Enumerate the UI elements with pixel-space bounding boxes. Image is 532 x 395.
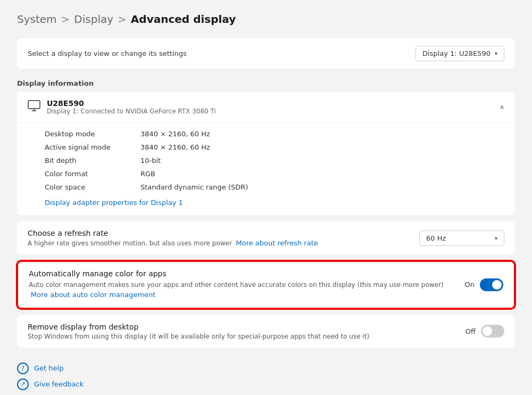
- breadcrumb-advanced-display: Advanced display: [131, 13, 236, 26]
- row-value-desktop-mode: 3840 × 2160, 60 Hz: [140, 130, 210, 138]
- monitor-name: U28E590: [47, 99, 216, 108]
- row-label-desktop-mode: Desktop mode: [45, 130, 140, 138]
- breadcrumb: System > Display > Advanced display: [17, 13, 515, 26]
- refresh-rate-title: Choose a refresh rate: [28, 229, 419, 237]
- auto-color-row: Automatically manage color for apps Auto…: [18, 262, 514, 308]
- remove-display-left: Remove display from desktop Stop Windows…: [28, 323, 466, 340]
- monitor-icon: [28, 100, 40, 114]
- refresh-rate-row: Choose a refresh rate A higher rate give…: [17, 221, 515, 254]
- auto-color-left: Automatically manage color for apps Auto…: [29, 269, 465, 300]
- auto-color-right: On: [465, 278, 503, 291]
- row-label-signal-mode: Active signal mode: [45, 143, 140, 151]
- display-select-value: Display 1: U28E590: [422, 50, 491, 57]
- refresh-rate-left: Choose a refresh rate A higher rate give…: [28, 229, 419, 247]
- remove-display-desc: Stop Windows from using this display (it…: [28, 333, 457, 340]
- row-label-color-space: Color space: [45, 183, 140, 191]
- display-info-header-left: U28E590 Display 1: Connected to NVIDIA G…: [28, 99, 216, 115]
- display-select-label: Select a display to view or change its s…: [28, 50, 187, 57]
- row-value-signal-mode: 3840 × 2160, 60 Hz: [140, 143, 210, 151]
- auto-color-toggle-label: On: [465, 281, 475, 289]
- display-select-dropdown[interactable]: Display 1: U28E590 ▾: [415, 46, 504, 61]
- breadcrumb-sep-2: >: [118, 13, 127, 26]
- give-feedback-link[interactable]: Give feedback: [34, 380, 84, 388]
- remove-display-title: Remove display from desktop: [28, 323, 457, 331]
- breadcrumb-sep-1: >: [61, 13, 70, 26]
- more-refresh-rate-link[interactable]: More about refresh rate: [236, 239, 318, 247]
- breadcrumb-system[interactable]: System: [17, 13, 57, 26]
- row-value-color-space: Standard dynamic range (SDR): [140, 183, 248, 191]
- remove-display-row: Remove display from desktop Stop Windows…: [17, 315, 515, 348]
- remove-display-right: Off: [466, 325, 504, 338]
- section-label-display-info: Display information: [17, 79, 515, 87]
- row-value-bit-depth: 10-bit: [140, 157, 161, 164]
- row-label-bit-depth: Bit depth: [45, 157, 140, 164]
- get-help-item: ? Get help: [17, 363, 515, 374]
- auto-color-title: Automatically manage color for apps: [29, 269, 456, 278]
- refresh-rate-dropdown[interactable]: 60 Hz ▾: [419, 231, 504, 246]
- table-row: Bit depth 10-bit: [45, 154, 504, 167]
- auto-color-card: Automatically manage color for apps Auto…: [17, 261, 515, 309]
- auto-color-toggle[interactable]: [480, 278, 503, 291]
- get-help-icon: ?: [17, 363, 29, 374]
- display-select-row: Select a display to view or change its s…: [17, 38, 515, 69]
- give-feedback-item: ↗ Give feedback: [17, 378, 515, 390]
- refresh-rate-card: Choose a refresh rate A higher rate give…: [17, 221, 515, 254]
- breadcrumb-display[interactable]: Display: [74, 13, 113, 26]
- chevron-up-icon[interactable]: ∧: [500, 103, 504, 111]
- row-label-color-format: Color format: [45, 170, 140, 178]
- auto-color-desc: Auto color management makes sure your ap…: [29, 280, 456, 300]
- remove-display-toggle[interactable]: [481, 325, 504, 338]
- auto-color-desc-text: Auto color management makes sure your ap…: [29, 281, 444, 289]
- remove-display-card: Remove display from desktop Stop Windows…: [17, 315, 515, 348]
- row-value-color-format: RGB: [140, 170, 155, 178]
- page-container: System > Display > Advanced display Sele…: [0, 0, 532, 395]
- refresh-rate-desc-text: A higher rate gives smoother motion, but…: [28, 240, 232, 247]
- refresh-rate-desc: A higher rate gives smoother motion, but…: [28, 239, 419, 247]
- adapter-link-row: Display adapter properties for Display 1: [45, 194, 504, 209]
- refresh-rate-value: 60 Hz: [426, 234, 446, 242]
- display-information-section: Display information U28E590 Display 1: C…: [17, 79, 515, 215]
- table-row: Color space Standard dynamic range (SDR): [45, 180, 504, 194]
- adapter-properties-link[interactable]: Display adapter properties for Display 1: [45, 199, 183, 207]
- info-rows: Desktop mode 3840 × 2160, 60 Hz Active s…: [17, 123, 515, 215]
- table-row: Color format RGB: [45, 167, 504, 180]
- display-info-header: U28E590 Display 1: Connected to NVIDIA G…: [17, 92, 515, 123]
- more-auto-color-link[interactable]: More about auto color management: [31, 291, 156, 299]
- remove-display-toggle-label: Off: [466, 327, 476, 335]
- give-feedback-icon: ↗: [17, 378, 29, 390]
- chevron-down-icon: ▾: [495, 51, 497, 56]
- footer-links: ? Get help ↗ Give feedback: [17, 358, 515, 390]
- table-row: Active signal mode 3840 × 2160, 60 Hz: [45, 141, 504, 154]
- table-row: Desktop mode 3840 × 2160, 60 Hz: [45, 127, 504, 141]
- monitor-subtitle: Display 1: Connected to NVIDIA GeForce R…: [47, 108, 216, 115]
- display-info-card: U28E590 Display 1: Connected to NVIDIA G…: [17, 92, 515, 215]
- chevron-down-icon: ▾: [495, 235, 497, 241]
- get-help-link[interactable]: Get help: [34, 364, 63, 372]
- svg-rect-0: [28, 101, 40, 109]
